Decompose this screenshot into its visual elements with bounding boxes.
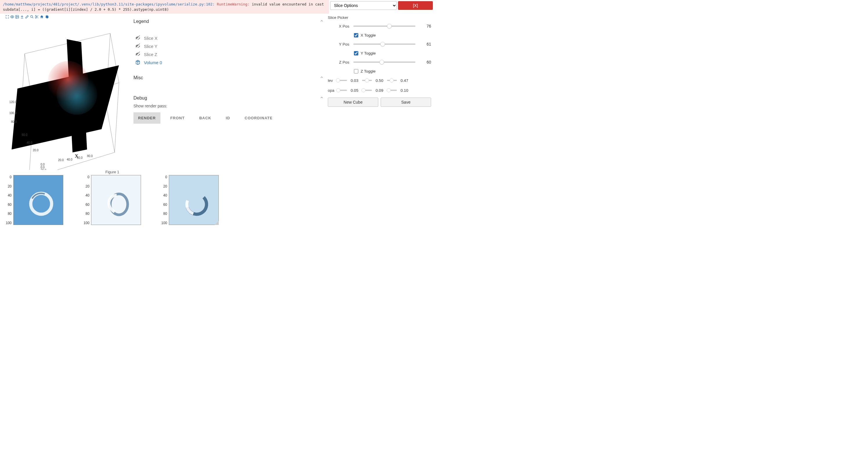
render-tab-back[interactable]: BACK [195,112,216,124]
eye-off-icon [135,43,141,49]
opacity-sliders: opa 0.05 0.09 0.10 [328,85,431,95]
level-value-3: 0.47 [398,78,411,83]
slice-image-2[interactable] [91,175,141,225]
debug-section: Debug Show render pass: RENDERFRONTBACKI… [133,94,324,124]
svg-point-0 [11,16,13,18]
render-tab-front[interactable]: FRONT [166,112,189,124]
svg-text:80.0: 80.0 [11,120,17,123]
axis-tick: 20 [163,184,167,188]
axis-tick: 40 [8,193,11,197]
warning-text: /home/matthew/projects/481/project/.venv… [0,0,329,13]
opacity-slider-1[interactable] [337,88,347,93]
render-tab-id[interactable]: ID [221,112,235,124]
misc-section: Misc [133,73,324,82]
z-toggle-checkbox[interactable] [354,69,358,73]
level-slider-1[interactable] [337,78,347,83]
legend-item[interactable]: Slice X [135,34,324,42]
legend-title: Legend [133,19,149,24]
edit-icon[interactable] [25,15,29,19]
x-pos-value: 76 [418,24,431,28]
opacity-slider-3[interactable] [387,88,397,93]
axis-tick: 0 [87,175,89,179]
x-pos-slider[interactable] [353,23,415,30]
z-toggle-label: Z Toggle [361,69,376,73]
z-pos-slider[interactable] [353,59,415,66]
svg-text:60.0: 60.0 [77,156,83,159]
svg-text:40.0: 40.0 [67,158,72,161]
axis-tick: 80 [8,212,11,216]
gear-icon[interactable] [45,15,49,19]
svg-text:60.0: 60.0 [22,133,28,137]
chevron-up-icon[interactable] [320,19,324,24]
svg-point-2 [16,16,17,17]
svg-text:80.0: 80.0 [87,154,93,158]
y-pos-value: 61 [418,42,431,47]
axis-tick: 80 [86,212,89,216]
warning-bar: /home/matthew/projects/481/project/.venv… [0,0,434,13]
chevron-up-icon[interactable] [320,75,324,80]
eye-off-icon [135,52,141,57]
axis-tick: 100 [161,221,167,225]
y-toggle-checkbox[interactable] [354,51,358,55]
render-tab-coordinate[interactable]: COORDINATE [240,112,277,124]
save-button[interactable]: Save [381,97,431,107]
y-pos-label: Y Pos [328,42,351,47]
slice-options-dropdown[interactable]: Slice Options [330,1,397,10]
warning-code: subdata[..., i] = ((gradient[i][zindex] … [3,7,169,11]
y-toggle-label: Y Toggle [361,51,376,55]
axis-tick: 40 [86,193,89,197]
axis-tick: 0 [165,175,167,179]
cut-icon[interactable] [35,15,39,19]
svg-point-4 [35,16,36,17]
zoom-icon[interactable] [30,15,34,19]
close-button[interactable]: [X] [398,1,433,10]
opacity-value-1: 0.05 [348,88,361,93]
warning-path: /home/matthew/projects/481/project/.venv… [3,2,215,6]
legend-item-label: Slice X [144,36,158,41]
svg-text:100.0: 100.0 [9,112,17,115]
slice-image-3[interactable] [169,175,219,225]
figure-1: 020406080100 [6,170,63,225]
fullscreen-icon[interactable] [5,15,9,19]
level-slider-2[interactable] [362,78,372,83]
x-toggle-label: X Toggle [361,33,376,37]
home-icon[interactable] [40,15,44,19]
chevron-up-icon[interactable] [320,95,324,101]
image-icon[interactable] [15,15,19,19]
axis-tick: 20 [8,184,11,188]
level-slider-3[interactable] [387,78,397,83]
render-tab-render[interactable]: RENDER [133,112,160,124]
show-pass-label: Show render pass: [133,102,324,112]
axis-tick: 100 [84,221,89,225]
warning-msg: invalid value encountered in cast [252,2,324,6]
level-label: lev [328,78,336,83]
axis-tick: 100 [6,221,11,225]
opacity-slider-2[interactable] [362,88,372,93]
legend-item-label: Slice Z [144,52,157,57]
legend-item[interactable]: Slice Z [135,50,324,58]
x-pos-label: X Pos [328,24,351,28]
cube-icon [135,60,141,65]
resize-handle-icon[interactable] [215,221,219,225]
figure-2: Figure 1 020406080100 [84,170,141,225]
legend-item[interactable]: Slice Y [135,42,324,50]
opacity-value-3: 0.10 [398,88,411,93]
axis-tick: 60 [163,203,167,207]
y-pos-slider[interactable] [353,41,415,48]
legend-item[interactable]: Volume 0 [135,58,324,66]
eye-icon[interactable] [10,15,14,19]
volume-3d-view[interactable]: x y z 120.0 100.0 80.0 60.0 40.0 20.0 20… [0,19,128,170]
opacity-value-2: 0.09 [373,88,386,93]
upload-icon[interactable] [20,15,24,19]
svg-text:20.0: 20.0 [58,158,64,162]
z-pos-label: Z Pos [328,60,351,64]
figure-3: 020406080100 [161,170,219,225]
eye-off-icon [135,35,141,41]
slice-image-1[interactable] [13,175,63,225]
level-sliders: lev 0.03 0.50 0.47 [328,76,431,85]
new-cube-button[interactable]: New Cube [328,97,378,107]
svg-text:20.0: 20.0 [33,149,39,152]
level-value-1: 0.03 [348,78,361,83]
x-toggle-checkbox[interactable] [354,33,358,37]
render-pass-tabs: RENDERFRONTBACKIDCOORDINATE [133,112,324,124]
